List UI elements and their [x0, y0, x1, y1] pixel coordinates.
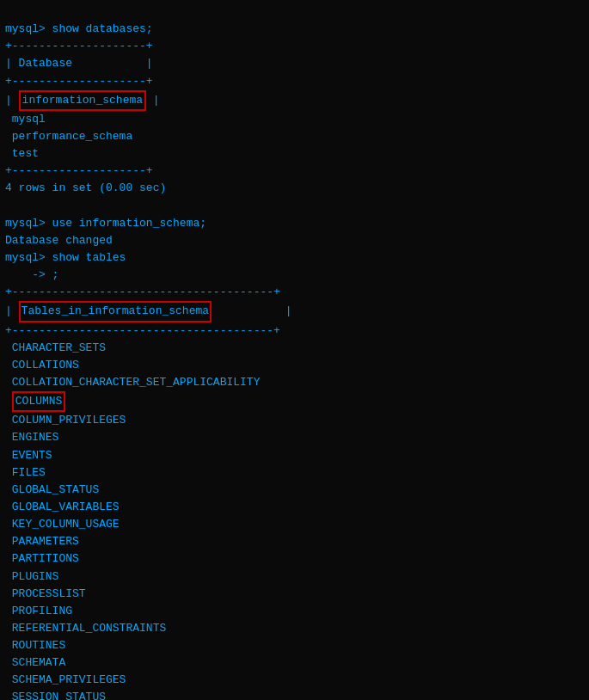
table-global-status: GLOBAL_STATUS [5, 483, 99, 496]
table-engines: ENGINES [5, 431, 58, 444]
db-sep-bot: +--------------------+ [5, 164, 153, 177]
table-events: EVENTS [5, 449, 52, 462]
table-routines: ROUTINES [5, 639, 65, 652]
db-test: test [5, 147, 39, 160]
db-sep-mid: +--------------------+ [5, 75, 153, 88]
arrow: -> ; [5, 268, 58, 281]
db-changed: Database changed [5, 234, 113, 247]
table-key-column-usage: KEY_COLUMN_USAGE [5, 518, 120, 531]
db-information-schema: information_schema [19, 94, 146, 107]
table-parameters: PARAMETERS [5, 535, 79, 548]
table-referential: REFERENTIAL_CONSTRAINTS [5, 622, 166, 635]
table-columns: COLUMNS [12, 395, 66, 408]
table-collations: COLLATIONS [5, 359, 79, 371]
tables-sep-top: +---------------------------------------… [5, 286, 280, 298]
table-files: FILES [5, 466, 46, 479]
table-schema-privileges: SCHEMA_PRIVILEGES [5, 673, 126, 686]
table-column-privileges: COLUMN_PRIVILEGES [5, 414, 126, 427]
db-header: | Database | [5, 57, 153, 70]
prompt-2: mysql> use information_schema; [5, 217, 206, 230]
table-plugins: PLUGINS [5, 570, 58, 583]
table-session-status: SESSION_STATUS [5, 691, 106, 700]
table-partitions: PARTITIONS [5, 552, 79, 565]
tables-header: Tables_in_information_schema [19, 304, 212, 317]
prompt-3: mysql> show tables [5, 251, 126, 264]
db-performance: performance_schema [5, 130, 132, 143]
table-global-variables: GLOBAL_VARIABLES [5, 500, 120, 513]
table-character-sets: CHARACTER_SETS [5, 341, 106, 354]
prompt-1: mysql> show databases; [5, 22, 153, 35]
terminal-output: mysql> show databases; +----------------… [5, 3, 584, 700]
table-processlist: PROCESSLIST [5, 587, 86, 600]
db-mysql: mysql [5, 113, 46, 126]
table-schemata: SCHEMATA [5, 656, 65, 669]
table-collation-charset: COLLATION_CHARACTER_SET_APPLICABILITY [5, 376, 260, 389]
db-sep-top: +--------------------+ [5, 40, 153, 52]
tables-sep-mid: +---------------------------------------… [5, 324, 280, 337]
table-profiling: PROFILING [5, 605, 72, 617]
rows-result: 4 rows in set (0.00 sec) [5, 181, 166, 194]
